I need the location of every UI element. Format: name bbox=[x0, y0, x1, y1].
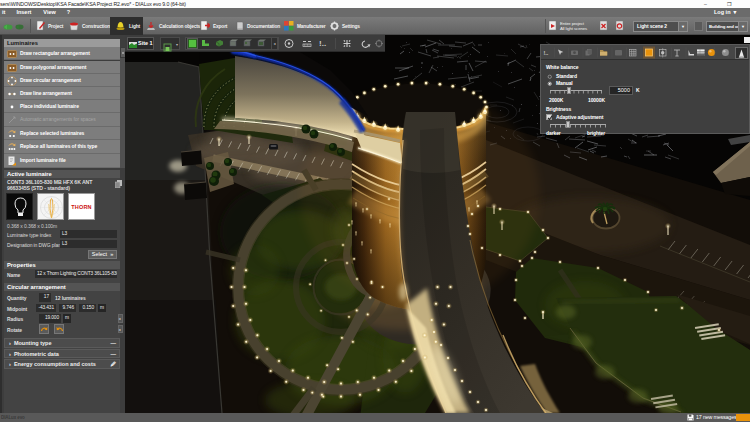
svg-text:!..: !.. bbox=[319, 39, 326, 48]
svg-text:!..: !.. bbox=[544, 50, 549, 56]
